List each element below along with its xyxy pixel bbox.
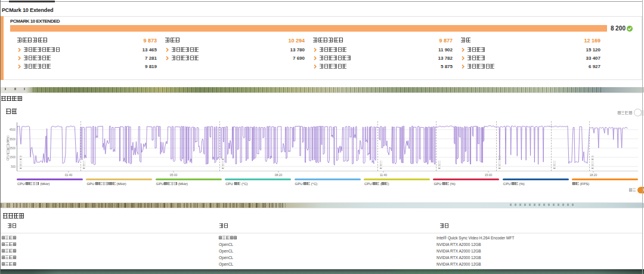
- svg-text:05:00: 05:00: [170, 173, 178, 177]
- svg-text:2500: 2500: [10, 147, 16, 150]
- svg-text:18:20: 18:20: [590, 173, 597, 177]
- svg-text:500: 500: [11, 165, 16, 168]
- svg-text:3500: 3500: [10, 138, 16, 141]
- svg-text:01:40: 01:40: [65, 173, 73, 177]
- svg-text:08:20: 08:20: [275, 173, 283, 177]
- svg-text:4500: 4500: [10, 128, 16, 131]
- svg-text:11:40: 11:40: [380, 173, 387, 177]
- svg-text:1500: 1500: [10, 156, 16, 159]
- svg-text:15:00: 15:00: [485, 173, 493, 177]
